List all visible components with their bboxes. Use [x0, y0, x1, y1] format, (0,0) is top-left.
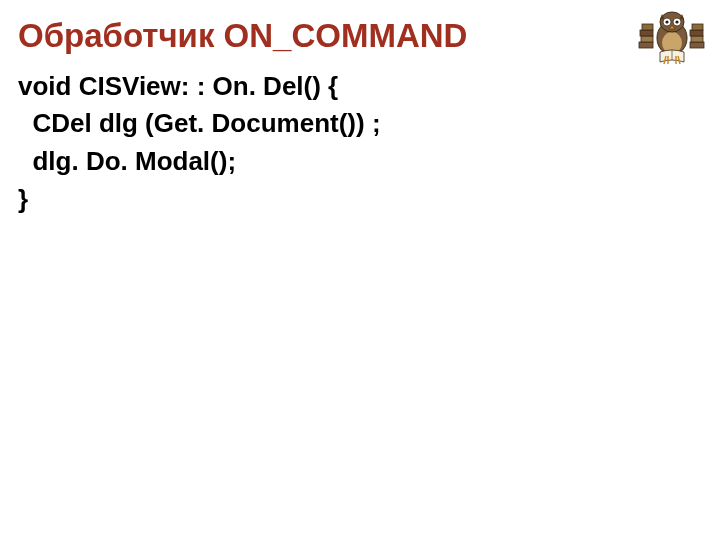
- svg-rect-7: [692, 24, 703, 30]
- code-line-4: }: [18, 184, 28, 214]
- slide: Обработчик ON_COMMAND void CISView: : On…: [0, 0, 720, 540]
- svg-rect-6: [690, 30, 703, 36]
- svg-rect-1: [641, 36, 653, 42]
- svg-point-14: [675, 20, 678, 23]
- code-line-2: CDel dlg (Get. Document()) ;: [18, 108, 381, 138]
- code-block: void CISView: : On. Del() { CDel dlg (Ge…: [18, 68, 702, 219]
- slide-title: Обработчик ON_COMMAND: [18, 16, 702, 56]
- svg-rect-3: [642, 24, 653, 30]
- code-line-1: void CISView: : On. Del() {: [18, 71, 338, 101]
- svg-rect-0: [639, 42, 653, 48]
- svg-point-13: [665, 20, 668, 23]
- svg-rect-4: [690, 42, 704, 48]
- svg-rect-2: [640, 30, 653, 36]
- owl-books-icon: [638, 8, 706, 66]
- svg-rect-5: [691, 36, 703, 42]
- code-line-3: dlg. Do. Modal();: [18, 146, 236, 176]
